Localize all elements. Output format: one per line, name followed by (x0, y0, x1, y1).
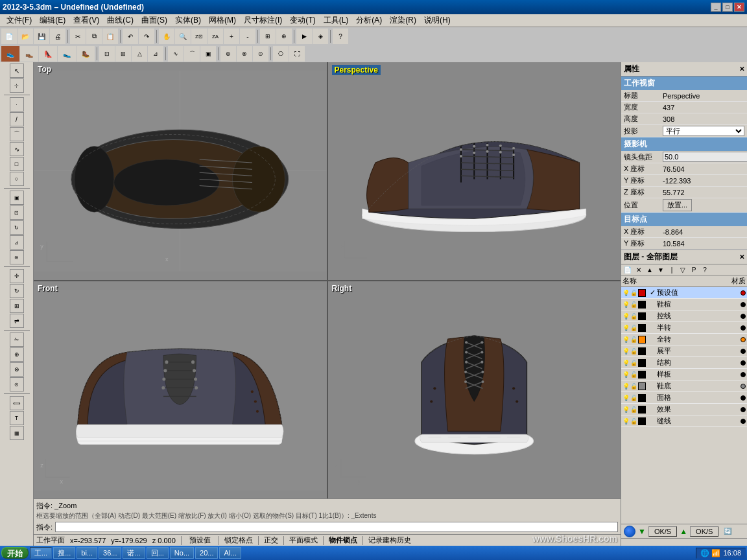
tool-loft[interactable]: ≋ (10, 250, 24, 264)
layer-row[interactable]: 💡🔓半转 (621, 322, 747, 334)
layer-color-box[interactable] (638, 417, 646, 425)
tool-extrude[interactable]: ⊡ (10, 205, 24, 220)
layer-lock-icon[interactable]: 🔓 (630, 301, 638, 308)
status-snap[interactable]: 物件锁点 (329, 535, 357, 545)
layer-color-box[interactable] (638, 301, 646, 309)
layer-color-box[interactable] (638, 289, 646, 297)
tool-line[interactable]: / (10, 112, 24, 126)
tb-extra5[interactable]: ⛶ (289, 46, 305, 62)
layer-row[interactable]: 💡🔓鞋底 (621, 380, 747, 392)
layer-row[interactable]: 💡🔓面格 (621, 392, 747, 404)
tb-paste[interactable]: 📋 (102, 29, 118, 44)
tb-material[interactable]: ◈ (313, 29, 328, 44)
layer-lock-icon[interactable]: 🔓 (630, 371, 638, 378)
tb-zoom-all[interactable]: ZA (208, 29, 223, 44)
close-button[interactable]: ✕ (734, 3, 744, 12)
right-bottom-scrollbar[interactable] (621, 538, 747, 546)
layer-color-box[interactable] (638, 406, 646, 414)
tb-shoe4[interactable]: 🥿 (58, 46, 76, 62)
layer-row[interactable]: 💡🔓样板 (621, 369, 747, 380)
menu-item[interactable]: 渲染(R) (386, 14, 420, 27)
tb-open[interactable]: 📂 (18, 29, 33, 44)
layer-bulb-icon[interactable]: 💡 (622, 383, 630, 390)
prop-projection-select[interactable]: 平行 透视 (663, 126, 744, 136)
tb-zoom-in[interactable]: + (224, 29, 239, 44)
layer-row[interactable]: 💡🔓✓预设值 (621, 287, 747, 299)
props-scroll[interactable]: 工作视窗 标题 Perspective 宽度 437 高度 308 投影 (621, 76, 747, 250)
layer-lock-icon[interactable]: 🔓 (630, 348, 638, 355)
layer-bulb-icon[interactable]: 💡 (622, 371, 630, 378)
tb-extra3[interactable]: ⊙ (253, 46, 268, 62)
tb-render[interactable]: ▶ (296, 29, 312, 44)
menu-item[interactable]: 变动(T) (286, 14, 319, 27)
prop-position-btn[interactable]: 放置... (663, 199, 692, 211)
tool-revolve[interactable]: ↻ (10, 220, 24, 235)
menu-item[interactable]: 说明(H) (420, 14, 455, 27)
tool-surface[interactable]: ▣ (10, 191, 24, 205)
tb-curve2[interactable]: ⌒ (184, 46, 200, 62)
tb-curve1[interactable]: ∿ (168, 46, 184, 62)
layer-lock-icon[interactable]: 🔓 (630, 406, 638, 413)
menu-item[interactable]: 文件(F) (3, 14, 36, 27)
layer-bulb-icon[interactable]: 💡 (622, 290, 630, 296)
tool-point[interactable]: · (10, 97, 24, 111)
layer-lock-icon[interactable]: 🔓 (630, 290, 638, 296)
layers-filter[interactable]: ▽ (678, 265, 688, 274)
tb-grid[interactable]: ⊞ (260, 29, 276, 44)
tb-extra1[interactable]: ⊕ (220, 46, 236, 62)
layers-new[interactable]: 📄 (622, 265, 633, 274)
tb-print[interactable]: 🖨 (50, 29, 65, 44)
tb-pan[interactable]: ✋ (159, 29, 174, 44)
tb-zoom-out[interactable]: - (240, 29, 255, 44)
layer-bulb-icon[interactable]: 💡 (622, 360, 630, 366)
layer-color-box[interactable] (638, 359, 646, 367)
layer-lock-icon[interactable]: 🔓 (630, 325, 638, 331)
layer-color-box[interactable] (638, 312, 646, 320)
layer-row[interactable]: 💡🔓效果 (621, 404, 747, 415)
tool-dim[interactable]: ⟺ (10, 396, 24, 410)
layer-row[interactable]: 💡🔓展平 (621, 345, 747, 357)
layer-row[interactable]: 💡🔓控线 (621, 310, 747, 322)
tb-zoom-window[interactable]: Z⊡ (191, 29, 207, 44)
status-planar[interactable]: 平面模式 (289, 535, 318, 545)
tool-curve[interactable]: ∿ (10, 142, 24, 156)
taskbar-item-hui[interactable]: 回... (147, 547, 169, 559)
tb-tool2[interactable]: ⊞ (115, 46, 131, 62)
ok-refresh[interactable]: 🔄 (722, 527, 733, 536)
tool-text[interactable]: T (10, 411, 24, 425)
layer-bulb-icon[interactable]: 💡 (622, 418, 630, 425)
layer-row[interactable]: 💡🔓全转 (621, 334, 747, 345)
taskbar-rhino[interactable]: 工... (30, 547, 52, 559)
tool-circle[interactable]: ○ (10, 172, 24, 186)
layer-lock-icon[interactable]: 🔓 (630, 313, 638, 320)
tb-extra4[interactable]: ⎔ (273, 46, 289, 62)
layer-bulb-icon[interactable]: 💡 (622, 406, 630, 413)
layers-close[interactable]: ✕ (739, 253, 744, 261)
tb-new[interactable]: 📄 (1, 29, 17, 44)
prop-focal-input[interactable] (663, 152, 747, 162)
tool-rotate[interactable]: ↻ (10, 284, 24, 298)
tb-tool1[interactable]: ⊡ (99, 46, 115, 62)
tb-snap[interactable]: ⊕ (276, 29, 292, 44)
tool-split[interactable]: ⊗ (10, 362, 24, 377)
tb-copy[interactable]: ⧉ (86, 29, 102, 44)
tb-help[interactable]: ? (333, 29, 348, 44)
layers-down[interactable]: ▼ (656, 265, 666, 274)
menu-item[interactable]: 曲线(C) (103, 14, 137, 27)
menu-item[interactable]: 网格(M) (205, 14, 240, 27)
taskbar-item-search[interactable]: 搜... (53, 547, 75, 559)
minimize-button[interactable]: _ (711, 3, 721, 12)
tb-save[interactable]: 💾 (34, 29, 49, 44)
tb-cut[interactable]: ✂ (70, 29, 86, 44)
tb-redo[interactable]: ↷ (139, 29, 154, 44)
tool-arc[interactable]: ⌒ (10, 127, 24, 141)
taskbar-item-20[interactable]: 20... (195, 547, 218, 559)
menu-item[interactable]: 工具(L) (320, 14, 353, 27)
maximize-button[interactable]: □ (722, 3, 733, 12)
menu-item[interactable]: 尺寸标注(I) (240, 14, 286, 27)
ok-s1-button[interactable]: OK/S (648, 526, 677, 537)
layer-row[interactable]: 💡🔓结构 (621, 357, 747, 369)
layer-lock-icon[interactable]: 🔓 (630, 336, 638, 343)
layers-props[interactable]: P (689, 265, 699, 274)
tool-select[interactable]: ↖ (10, 64, 24, 78)
